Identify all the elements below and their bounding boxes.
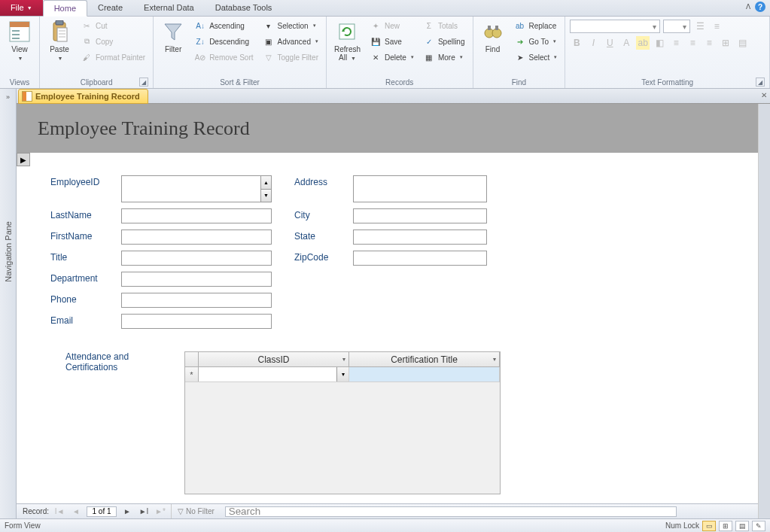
save-record-button[interactable]: 💾Save [367, 34, 417, 49]
prev-record-button[interactable]: ◄ [70, 507, 82, 515]
view-button[interactable]: View▼ [5, 18, 35, 64]
replace-button[interactable]: abReplace [511, 18, 561, 33]
underline-button[interactable]: U [603, 36, 616, 50]
ribbon: View▼ Views Paste▼ ✂Cut ⧉Copy 🖌Format Pa… [0, 17, 770, 89]
align-center-button[interactable]: ≡ [686, 36, 699, 50]
close-tab-button[interactable]: ✕ [761, 91, 767, 99]
toggle-filter-button[interactable]: ▽Toggle Filter [260, 50, 321, 65]
tab-create[interactable]: Create [87, 0, 133, 16]
tab-external-data[interactable]: External Data [133, 0, 205, 16]
group-label-views: Views [5, 77, 35, 88]
bold-button[interactable]: B [570, 36, 583, 50]
align-left-button[interactable]: ≡ [669, 36, 683, 50]
label-state: State [294, 230, 347, 242]
svg-marker-11 [165, 24, 181, 40]
subform-cell-classid[interactable]: ▾ [199, 367, 349, 382]
dropdown-icon[interactable]: ▾ [336, 367, 348, 382]
find-button[interactable]: Find [478, 18, 508, 55]
filter-indicator[interactable]: ▽No Filter [171, 504, 221, 518]
record-position-input[interactable] [87, 506, 117, 517]
zipcode-field[interactable] [353, 251, 487, 266]
status-view-mode: Form View [5, 521, 41, 530]
dropdown-icon[interactable]: ▾ [342, 356, 345, 363]
highlight-button[interactable]: ab [636, 36, 650, 50]
bullets-icon[interactable]: ☰ [693, 20, 707, 33]
city-field[interactable] [353, 208, 487, 223]
navigation-pane-label: Navigation Pane [4, 221, 13, 282]
delete-record-button[interactable]: ✕Delete▾ [367, 50, 417, 65]
next-record-button[interactable]: ► [121, 507, 133, 515]
filter-button[interactable]: Filter [158, 18, 188, 55]
record-selector[interactable]: ▶ [17, 153, 30, 166]
spinner-down-icon[interactable]: ▼ [261, 190, 271, 202]
subform-select-all[interactable] [185, 352, 199, 366]
dialog-launcher-icon[interactable]: ◢ [139, 78, 148, 87]
svg-rect-1 [10, 22, 29, 27]
align-right-button[interactable]: ≡ [702, 36, 716, 50]
advanced-button[interactable]: ▣Advanced▾ [260, 34, 321, 49]
title-field[interactable] [121, 251, 272, 266]
spelling-button[interactable]: ✓Spelling [420, 34, 468, 49]
copy-button[interactable]: ⧉Copy [78, 34, 148, 49]
tab-database-tools[interactable]: Database Tools [205, 0, 283, 16]
address-field[interactable] [353, 175, 487, 202]
department-field[interactable] [121, 272, 272, 287]
more-button[interactable]: ▦More▾ [420, 50, 468, 65]
help-icon[interactable]: ? [755, 2, 765, 12]
gridlines-button[interactable]: ⊞ [719, 36, 732, 50]
lastname-field[interactable] [121, 208, 272, 223]
italic-button[interactable]: I [586, 36, 600, 50]
tab-home[interactable]: Home [43, 0, 87, 17]
email-field[interactable] [121, 314, 272, 329]
design-view-button[interactable]: ✎ [752, 521, 765, 531]
svg-rect-16 [488, 26, 491, 30]
select-button[interactable]: ➤Select▾ [511, 50, 561, 65]
font-family-select[interactable]: ▾ [570, 20, 660, 33]
refresh-all-button[interactable]: Refresh All ▼ [331, 18, 364, 64]
state-field[interactable] [353, 230, 487, 245]
new-record-marker[interactable]: * [185, 367, 199, 382]
paste-button[interactable]: Paste▼ [44, 18, 75, 64]
file-tab[interactable]: File▼ [0, 0, 43, 16]
form-view-button[interactable]: ▭ [702, 521, 716, 531]
navigation-pane-toggle[interactable]: » Navigation Pane [0, 89, 17, 518]
group-label-sortfilter: Sort & Filter [158, 77, 321, 88]
spinner-up-icon[interactable]: ▲ [261, 176, 271, 190]
alt-row-button[interactable]: ▤ [735, 36, 749, 50]
format-painter-button[interactable]: 🖌Format Painter [78, 50, 148, 65]
employeeid-field[interactable]: ▲▼ [121, 175, 272, 202]
goto-button[interactable]: ➔Go To▾ [511, 34, 561, 49]
new-record-button[interactable]: ✦New [367, 18, 417, 33]
numbering-icon[interactable]: ≡ [710, 20, 723, 33]
record-search-input[interactable] [225, 506, 677, 517]
dropdown-icon[interactable]: ▾ [493, 356, 496, 363]
new-record-nav-button[interactable]: ►* [154, 507, 166, 515]
fill-color-button[interactable]: ◧ [653, 36, 666, 50]
last-record-button[interactable]: ►I [138, 507, 150, 515]
expand-icon: » [6, 93, 10, 101]
dialog-launcher-icon[interactable]: ◢ [756, 78, 765, 87]
cut-button[interactable]: ✂Cut [78, 18, 148, 33]
firstname-field[interactable] [121, 230, 272, 245]
minimize-ribbon-icon[interactable]: ᐱ [746, 3, 750, 11]
totals-button[interactable]: ΣTotals [420, 18, 468, 33]
remove-sort-button[interactable]: A⊘Remove Sort [191, 50, 256, 65]
datasheet-view-button[interactable]: ⊞ [719, 521, 732, 531]
selection-button[interactable]: ▾Selection▾ [260, 18, 321, 33]
layout-view-button[interactable]: ▤ [735, 521, 749, 531]
vertical-scrollbar[interactable] [758, 104, 770, 518]
column-header-classid[interactable]: ClassID▾ [199, 352, 349, 366]
document-tab[interactable]: Employee Training Record [18, 89, 148, 104]
first-record-button[interactable]: I◄ [53, 507, 65, 515]
descending-button[interactable]: Z↓Descending [191, 34, 256, 49]
subform-cell-certtitle[interactable] [349, 367, 500, 382]
record-navigator: Record: I◄ ◄ ► ►I ►* ▽No Filter [17, 503, 770, 518]
svg-rect-7 [57, 28, 67, 41]
column-header-certtitle[interactable]: Certification Title▾ [349, 352, 500, 366]
label-attendance: Attendance and Certifications [50, 351, 171, 494]
phone-field[interactable] [121, 293, 272, 308]
font-size-select[interactable]: ▾ [663, 20, 690, 33]
ascending-button[interactable]: A↓Ascending [191, 18, 256, 33]
font-color-button[interactable]: A [619, 36, 633, 50]
label-lastname: LastName [50, 208, 115, 220]
